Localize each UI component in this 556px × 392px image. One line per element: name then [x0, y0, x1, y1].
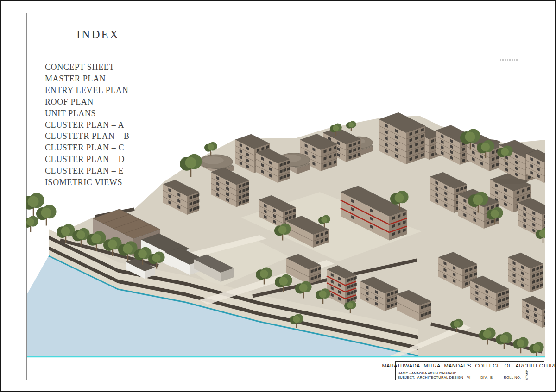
index-item: ISOMETRIC VIEWS — [45, 177, 130, 188]
stamp-label: STAMP — [525, 370, 528, 380]
watermark-artifact — [500, 59, 518, 61]
index-item: ENTRY LEVEL PLAN — [45, 85, 130, 96]
index-panel: INDEX CONCEPT SHEET MASTER PLAN ENTRY LE… — [45, 29, 130, 188]
title-block-lower: NAME:- ANAGHA ARUN RANJANE SUBJECT:- ARC… — [396, 370, 544, 380]
index-item: ROOF PLAN — [45, 96, 130, 108]
subject-row: SUBJECT:- ARCHITECTURAL DESIGN - VI DIV:… — [398, 375, 522, 380]
stamp-box: STAMP — [524, 370, 529, 380]
index-item: CLUSTER PLAN – C — [45, 142, 130, 154]
index-item: CONCEPT SHEET — [45, 62, 130, 73]
title-block-info: NAME:- ANAGHA ARUN RANJANE SUBJECT:- ARC… — [396, 370, 524, 380]
index-item: CLUSTETR PLAN – B — [45, 131, 130, 142]
title-block: MARATHWADA MITRA MANDAL'S COLLEGE OF ARC… — [395, 361, 544, 380]
index-item: CLUSTER PLAN – A — [45, 119, 130, 131]
name-line: NAME:- ANAGHA ARUN RANJANE — [398, 371, 522, 375]
roll-label: ROLL NO:- — [504, 375, 522, 380]
stamp-empty-cell — [530, 370, 544, 380]
index-item: MASTER PLAN — [45, 73, 130, 85]
index-item: CLUSTER PLAN – D — [45, 154, 130, 165]
college-name: MARATHWADA MITRA MANDAL'S COLLEGE OF ARC… — [396, 362, 544, 370]
architecture-sheet: { "index": { "heading": "INDEX", "items"… — [0, 0, 556, 392]
index-list: CONCEPT SHEET MASTER PLAN ENTRY LEVEL PL… — [45, 62, 130, 188]
div-label: DIV:- B — [480, 375, 493, 380]
index-item: CLUSTER PLAN – E — [45, 165, 130, 177]
subject-line: SUBJECT:- ARCHITECTURAL DESIGN - VI — [398, 375, 470, 380]
index-item: UNIT PLANS — [45, 108, 130, 119]
index-title: INDEX — [76, 29, 130, 41]
